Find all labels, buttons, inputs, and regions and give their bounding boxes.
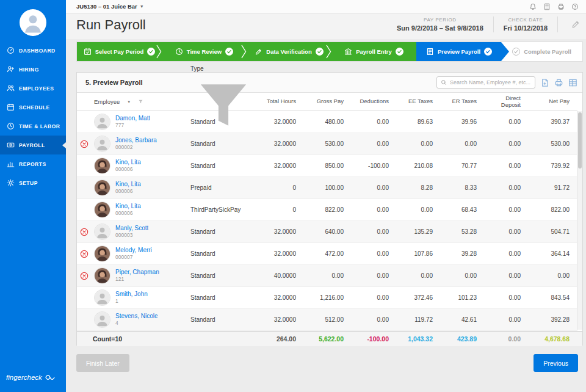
employee-name-link[interactable]: Manly, Scott (115, 225, 148, 233)
previous-button[interactable]: Previous (534, 354, 578, 372)
pay-period-value: Sun 9/2/2018 – Sat 9/8/2018 (397, 24, 483, 32)
pay-type: Standard (190, 118, 256, 125)
step-preview-payroll[interactable]: Preview Payroll (416, 42, 509, 61)
check-circle-icon (484, 48, 492, 56)
step-data-verification[interactable]: Data Verification (247, 42, 331, 61)
topbar-icons (529, 3, 579, 10)
pay-type: ThirdPartySickPay (190, 206, 256, 213)
bank-icon (344, 48, 352, 56)
sidebar-item-employees[interactable]: EMPLOYEES (0, 79, 66, 98)
step-select-pay-period[interactable]: Select Pay Period (77, 42, 162, 61)
column-header-er[interactable]: ER Taxes (441, 98, 485, 105)
employee-name-link[interactable]: Kino, Lita (115, 159, 141, 167)
error-icon[interactable] (80, 272, 89, 280)
employee-name-link[interactable]: Jones, Barbara (115, 137, 157, 145)
employee-avatar (94, 245, 110, 262)
search-input[interactable] (450, 79, 531, 85)
sidebar-item-setup[interactable]: SETUP (0, 173, 66, 192)
table-row: Manly, Scott 000003 Standard 32.0000 640… (77, 221, 577, 243)
filter-funnel-icon[interactable] (190, 72, 256, 138)
search-box (436, 76, 535, 89)
sidebar-item-label: REPORTS (19, 161, 46, 167)
deductions: 0.00 (352, 316, 397, 324)
chevron-down-icon: ▼ (140, 4, 144, 9)
panel-title: 5. Preview Payroll (85, 79, 143, 86)
er-taxes: 8.33 (441, 184, 485, 192)
calendar-icon (84, 48, 92, 56)
sidebar-item-schedule[interactable]: SCHEDULE (0, 98, 66, 117)
er-taxes: 0.00 (441, 140, 485, 148)
column-header-dd[interactable]: Direct Deposit (485, 95, 529, 109)
sidebar-item-payroll[interactable]: PAYROLL (0, 136, 66, 154)
help-icon[interactable] (571, 3, 579, 10)
print-icon[interactable] (557, 3, 565, 10)
sidebar-item-hiring[interactable]: HIRING (0, 60, 66, 79)
edit-pencil-icon[interactable] (571, 20, 580, 29)
company-selector[interactable]: JU5130 – 01 Juice Bar ▼ (76, 3, 144, 10)
finish-later-button[interactable]: Finish Later (76, 354, 129, 372)
employee-name-link[interactable]: Piper, Chapman (115, 269, 159, 277)
direct-deposit: 0.00 (485, 228, 529, 236)
table-body: Damon, Matt 777 Standard 32.0000 480.00 … (77, 111, 577, 331)
print-icon[interactable] (554, 78, 563, 87)
grid-icon[interactable] (568, 78, 577, 87)
total-hours: 32.0000 (256, 316, 304, 324)
sidebar: DASHBOARDHIRINGEMPLOYEESSCHEDULETIME & L… (0, 0, 66, 392)
ee-taxes: 8.28 (397, 184, 441, 192)
scrollbar-thumb[interactable] (578, 112, 582, 169)
search-icon (441, 79, 447, 85)
sidebar-item-label: EMPLOYEES (19, 85, 54, 92)
ee-taxes: 89.63 (397, 118, 441, 126)
fingercheck-logo: fingercheck (6, 374, 55, 381)
net-pay: 91.72 (529, 184, 577, 192)
error-icon[interactable] (80, 228, 89, 236)
notifications-icon[interactable] (529, 3, 537, 10)
ee-taxes: 0.00 (397, 140, 441, 148)
column-header-type[interactable]: Type (190, 65, 256, 138)
step-payroll-entry[interactable]: Payroll Entry (331, 42, 416, 61)
pay-period-label: PAY PERIOD (397, 17, 483, 23)
column-header-employee[interactable]: Employee▼ (92, 98, 190, 105)
sort-icon[interactable]: ▼ (127, 100, 131, 104)
totals-row: Count=10 264.00 5,622.00 -100.00 1,043.3… (77, 331, 582, 346)
employee-name-link[interactable]: Stevens, Nicole (115, 313, 157, 321)
filter-funnel-icon[interactable] (138, 99, 143, 104)
total-hours: 32.0000 (256, 228, 304, 236)
column-header-deductions[interactable]: Deductions (352, 98, 397, 105)
reports-icon (7, 160, 15, 168)
gear-icon (7, 179, 15, 187)
error-icon[interactable] (80, 140, 89, 148)
pay-type: Standard (190, 294, 256, 301)
sidebar-item-label: SCHEDULE (19, 104, 50, 111)
employee-name-link[interactable]: Kino, Lita (115, 181, 141, 189)
user-avatar[interactable] (20, 9, 46, 36)
calculator-icon[interactable] (543, 3, 551, 10)
column-header-net[interactable]: Net Pay (529, 98, 577, 105)
error-icon[interactable] (80, 250, 89, 258)
totals-er-taxes: 423.89 (441, 335, 485, 343)
payroll-stepper: Select Pay PeriodTime ReviewData Verific… (76, 42, 583, 62)
step-time-review[interactable]: Time Review (162, 42, 247, 61)
column-header-gross[interactable]: Gross Pay (304, 98, 352, 105)
sidebar-item-time-labor[interactable]: TIME & LABOR (0, 117, 66, 136)
column-header-ee[interactable]: EE Taxes (397, 98, 441, 105)
employee-name-link[interactable]: Melody, Merri (115, 247, 152, 255)
preview-icon (426, 48, 434, 56)
employee-name-link[interactable]: Damon, Matt (115, 115, 150, 123)
step-complete-payroll[interactable]: Complete Payroll (501, 42, 582, 61)
direct-deposit: 0.00 (485, 118, 529, 126)
gross-pay: 100.00 (304, 184, 352, 192)
net-pay: 530.00 (529, 140, 577, 148)
sidebar-item-reports[interactable]: REPORTS (0, 154, 66, 173)
column-header-hours[interactable]: Total Hours (256, 98, 304, 105)
employee-name-link[interactable]: Kino, Lita (115, 203, 141, 211)
employee-name-link[interactable]: Smith, John (115, 291, 148, 299)
employees-icon (7, 84, 15, 92)
vertical-scrollbar[interactable] (577, 111, 582, 330)
gross-pay: 640.00 (304, 228, 352, 236)
deductions: 0.00 (352, 206, 397, 214)
direct-deposit: 0.00 (485, 206, 529, 214)
total-hours: 40.0000 (256, 272, 304, 280)
export-icon[interactable] (540, 78, 549, 87)
sidebar-item-dashboard[interactable]: DASHBOARD (0, 41, 66, 60)
